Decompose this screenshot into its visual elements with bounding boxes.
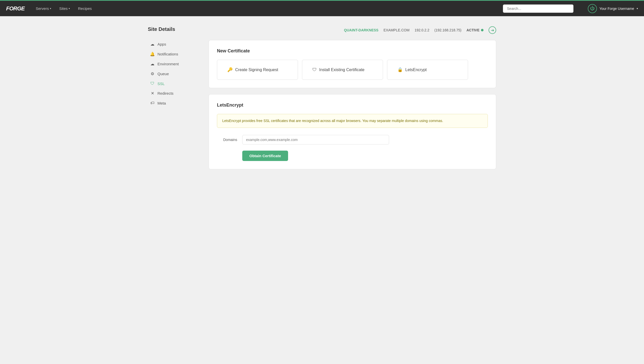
nav-servers[interactable]: Servers ▾ — [33, 4, 54, 13]
queue-icon: ⚙ — [150, 71, 155, 76]
sidebar-item-ssl[interactable]: 🛡 SSL — [148, 79, 198, 88]
ssl-label: SSL — [157, 82, 165, 86]
status-label: ACTIVE — [467, 28, 479, 32]
environment-label: Environment — [157, 62, 179, 66]
sidebar-item-apps[interactable]: ☁ Apps — [148, 39, 198, 49]
letsencrypt-option-icon: 🔒 — [397, 67, 403, 72]
nav-links: Servers ▾ Sites ▾ Recipes — [33, 4, 495, 13]
apps-icon: ☁ — [150, 42, 155, 47]
ssl-icon: 🛡 — [150, 81, 155, 86]
meta-label: Meta — [157, 101, 166, 105]
create-signing-label: Create Signing Request — [235, 68, 278, 72]
nav-sites[interactable]: Sites ▾ — [56, 4, 73, 13]
sidebar-item-queue[interactable]: ⚙ Queue — [148, 69, 198, 79]
user-menu[interactable]: ⏻ Your Forge Username ▾ — [588, 4, 638, 13]
header-ip: 192.0.2.2 — [415, 28, 429, 32]
cert-options: 🔑 Create Signing Request 🛡 Install Exist… — [217, 60, 488, 80]
sidebar: Site Details ☁ Apps 🔔 Notifications ☁ En… — [148, 26, 198, 175]
letsencrypt-option[interactable]: 🔒 LetsEncrypt — [387, 60, 468, 80]
servers-chevron-icon: ▾ — [50, 7, 51, 10]
header-domain: EXAMPLE.COM — [384, 28, 410, 32]
install-existing-option[interactable]: 🛡 Install Existing Certificate — [302, 60, 383, 80]
nav-recipes[interactable]: Recipes — [75, 4, 95, 13]
navbar: FORGE Servers ▾ Sites ▾ Recipes ⏻ Your F… — [0, 0, 644, 16]
create-signing-request-option[interactable]: 🔑 Create Signing Request — [217, 60, 298, 80]
new-certificate-title: New Certificate — [217, 48, 488, 54]
sites-chevron-icon: ▾ — [69, 7, 70, 10]
letsencrypt-card: LetsEncrypt LetsEncrypt provides free SS… — [209, 94, 496, 169]
search-box — [503, 4, 574, 13]
notifications-icon: 🔔 — [150, 52, 155, 56]
install-existing-label: Install Existing Certificate — [319, 68, 365, 72]
redirects-label: Redirects — [157, 91, 173, 95]
header-ip2: (192.168.218.75) — [434, 28, 461, 32]
power-icon: ⏻ — [588, 4, 597, 13]
letsencrypt-info: LetsEncrypt provides free SSL certificat… — [217, 114, 488, 128]
header-status: ACTIVE — [467, 28, 484, 32]
main-content: QUAINT-DARKNESS EXAMPLE.COM 192.0.2.2 (1… — [209, 26, 496, 175]
search-input[interactable] — [503, 4, 574, 13]
obtain-certificate-button[interactable]: Obtain Certificate — [242, 151, 288, 161]
redirects-icon: ✕ — [150, 91, 155, 96]
status-dot-icon — [481, 29, 484, 31]
sidebar-item-redirects[interactable]: ✕ Redirects — [148, 88, 198, 98]
content-header: QUAINT-DARKNESS EXAMPLE.COM 192.0.2.2 (1… — [209, 26, 496, 34]
queue-label: Queue — [157, 72, 169, 76]
domains-input[interactable] — [242, 135, 389, 145]
notifications-label: Notifications — [157, 52, 178, 56]
meta-icon: 🏷 — [150, 101, 155, 105]
header-server[interactable]: QUAINT-DARKNESS — [344, 28, 378, 32]
sidebar-item-meta[interactable]: 🏷 Meta — [148, 98, 198, 108]
navigate-arrow-icon[interactable]: ➜ — [489, 26, 496, 34]
sidebar-item-environment[interactable]: ☁ Environment — [148, 59, 198, 69]
domains-form-group: Domains — [217, 135, 488, 145]
username-label: Your Forge Username — [599, 7, 634, 11]
user-chevron-icon: ▾ — [637, 7, 638, 10]
install-cert-icon: 🛡 — [312, 67, 317, 72]
letsencrypt-option-label: LetsEncrypt — [405, 68, 427, 72]
sidebar-item-notifications[interactable]: 🔔 Notifications — [148, 49, 198, 59]
signing-request-icon: 🔑 — [227, 67, 233, 72]
environment-icon: ☁ — [150, 62, 155, 66]
new-certificate-card: New Certificate 🔑 Create Signing Request… — [209, 40, 496, 88]
apps-label: Apps — [157, 42, 166, 46]
sidebar-title: Site Details — [148, 26, 198, 32]
domains-label: Domains — [217, 138, 237, 142]
brand-logo: FORGE — [6, 5, 25, 12]
page-container: Site Details ☁ Apps 🔔 Notifications ☁ En… — [140, 16, 504, 186]
letsencrypt-title: LetsEncrypt — [217, 103, 488, 108]
